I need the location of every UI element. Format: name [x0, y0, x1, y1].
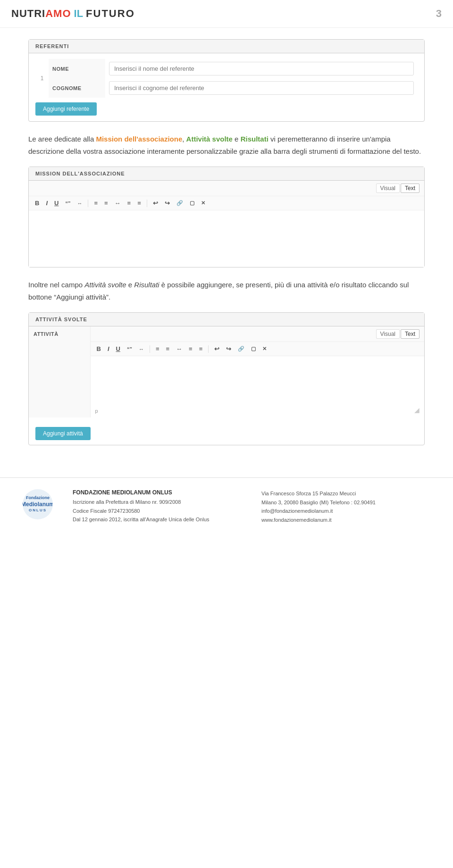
toolbar-sep-1 — [88, 200, 88, 207]
mission-tab-group: Visual Text — [376, 184, 419, 193]
description-2: Inoltre nel campo Attività svolte e Risu… — [28, 279, 425, 303]
referenti-title: REFERENTI — [29, 40, 424, 53]
attivita-toolbar-link[interactable]: 🔗 — [235, 345, 247, 353]
mission-toolbar: B I U “” ↔ ≡ ≡ ↔ ≡ ≡ ↩ ↪ 🔗 ▢ ✕ — [29, 196, 424, 210]
toolbar-align-center[interactable]: ≡ — [125, 199, 134, 208]
tab-text[interactable]: Text — [401, 184, 419, 193]
attivita-tab-text[interactable]: Text — [401, 329, 419, 339]
referenti-section: REFERENTI 1 NOME COGNOME Aggiungi refer — [28, 39, 425, 122]
table-row: COGNOME — [35, 78, 418, 98]
text-risultati: Risultati — [134, 281, 159, 289]
toolbar-sep-2 — [147, 200, 147, 207]
add-attivita-row: Aggiungi attività — [29, 417, 424, 445]
toolbar-align-right[interactable]: ≡ — [135, 199, 143, 208]
table-row: ATTIVITÀ Visual Text B — [29, 326, 424, 417]
logo: NUTRIAMO IL FUTURO — [11, 8, 135, 20]
nome-input[interactable] — [109, 62, 414, 75]
attivita-toolbar-align-c[interactable]: ≡ — [186, 344, 195, 353]
highlight-risultati: Risultati — [241, 135, 268, 143]
footer-address2: Milano 3, 20080 Basiglio (MI) Telefono :… — [261, 498, 439, 507]
main-content: REFERENTI 1 NOME COGNOME Aggiungi refer — [14, 28, 439, 468]
tab-visual[interactable]: Visual — [376, 184, 400, 193]
attivita-editor-cell: Visual Text B I U “” ↔ — [90, 326, 424, 417]
attivita-editor-content[interactable]: p ◢ — [91, 356, 425, 417]
attivita-section: ATTIVITÀ SVOLTE ATTIVITÀ Visual Text — [28, 312, 425, 445]
attivita-toolbar-remove[interactable]: ✕ — [260, 345, 269, 353]
attivita-toolbar-align-r[interactable]: ≡ — [197, 344, 205, 353]
logo-futuro: FUTURO — [86, 8, 135, 20]
mission-editor-box: MISSION DELL'ASSOCIAZIONE Visual Text B … — [28, 167, 425, 267]
footer-line3: Dal 12 gennaio 2012, iscritta all'Anagra… — [73, 515, 250, 524]
attivita-body: ATTIVITÀ Visual Text B — [29, 326, 424, 445]
attivita-toolbar-ul[interactable]: ≡ — [153, 344, 162, 353]
attivita-tab-group: Visual Text — [376, 329, 419, 339]
toolbar-quote[interactable]: “” — [63, 200, 73, 207]
attivita-editor-inner: Visual Text B I U “” ↔ — [91, 326, 425, 417]
toolbar-link[interactable]: 🔗 — [174, 199, 185, 207]
footer-logo-circle: Fondazione Mediolanum ONLUS — [23, 489, 53, 519]
text-attivita-svolte: Attività svolte — [84, 281, 126, 289]
attivita-sep-2 — [208, 345, 209, 353]
attivita-toolbar-ol[interactable]: ≡ — [164, 344, 172, 353]
toolbar-ol[interactable]: ≡ — [102, 199, 110, 208]
attivita-col-label: ATTIVITÀ — [29, 326, 90, 417]
page-header: NUTRIAMO IL FUTURO 3 — [0, 0, 453, 28]
attivita-toolbar-undo[interactable]: ↩ — [212, 344, 222, 353]
cognome-label: COGNOME — [49, 78, 105, 98]
toolbar-undo[interactable]: ↩ — [151, 199, 160, 208]
attivita-table: ATTIVITÀ Visual Text B — [29, 326, 424, 417]
mission-editor-content[interactable] — [29, 210, 424, 267]
toolbar-align-left[interactable]: ↔ — [112, 199, 123, 208]
footer-line2: Codice Fiscale 97247230580 — [73, 507, 250, 516]
mission-tab-row: Visual Text — [29, 181, 424, 196]
toolbar-remove[interactable]: ✕ — [199, 199, 208, 207]
footer-address3: info@fondazionemediolanum.it — [261, 507, 439, 516]
attivita-toolbar-align-l[interactable]: ↔ — [174, 344, 185, 353]
attivita-toolbar-italic[interactable]: I — [105, 344, 112, 353]
resize-handle-icon: ◢ — [414, 406, 419, 414]
footer-org-name: FONDAZIONE MEDIOLANUM ONLUS — [73, 489, 250, 496]
toolbar-redo[interactable]: ↪ — [162, 199, 172, 208]
nome-field-cell — [105, 59, 418, 78]
footer-org-info: FONDAZIONE MEDIOLANUM ONLUS Iscrizione a… — [73, 489, 250, 524]
referenti-body: 1 NOME COGNOME Aggiungi referente — [29, 53, 424, 121]
logo-nutri: NUTRIAMO — [11, 8, 71, 20]
attivita-tab-row: Visual Text — [91, 326, 425, 342]
footer-address1: Via Francesco Sforza 15 Palazzo Meucci — [261, 489, 439, 498]
logo-il: IL — [74, 8, 84, 20]
mission-editor-title: MISSION DELL'ASSOCIAZIONE — [29, 167, 424, 181]
attivita-p-tag: p — [95, 408, 98, 414]
cognome-field-cell — [105, 78, 418, 98]
toolbar-italic[interactable]: I — [43, 199, 50, 208]
toolbar-bold[interactable]: B — [33, 199, 42, 208]
add-attivita-button[interactable]: Aggiungi attività — [35, 427, 91, 440]
page-footer: Fondazione Mediolanum ONLUS FONDAZIONE M… — [0, 477, 453, 536]
footer-logo: Fondazione Mediolanum ONLUS — [14, 489, 61, 519]
cognome-input[interactable] — [109, 81, 414, 95]
page-number: 3 — [436, 8, 442, 20]
footer-line1: Iscrizione alla Prefettura di Milano nr.… — [73, 498, 250, 507]
toolbar-strikethrough[interactable]: ↔ — [75, 200, 84, 207]
referenti-table: 1 NOME COGNOME — [35, 59, 418, 98]
attivita-sep-1 — [150, 345, 150, 353]
toolbar-ul[interactable]: ≡ — [92, 199, 100, 208]
attivita-title: ATTIVITÀ SVOLTE — [29, 313, 424, 326]
attivita-toolbar-underline[interactable]: U — [114, 344, 123, 353]
table-row: 1 NOME — [35, 59, 418, 78]
highlight-attivita: Attività svolte — [186, 135, 233, 143]
attivita-tab-visual[interactable]: Visual — [376, 329, 400, 339]
attivita-toolbar-bold[interactable]: B — [94, 344, 103, 353]
attivita-toolbar: B I U “” ↔ ≡ ≡ ↔ ≡ ≡ — [91, 342, 425, 356]
attivita-toolbar-strike[interactable]: ↔ — [136, 345, 146, 353]
footer-address4: www.fondazionemediolanum.it — [261, 516, 439, 525]
logo-amo: AMO — [45, 8, 71, 19]
toolbar-image[interactable]: ▢ — [187, 199, 197, 207]
add-referente-button[interactable]: Aggiungi referente — [35, 102, 97, 116]
toolbar-underline[interactable]: U — [52, 199, 61, 208]
attivita-toolbar-image[interactable]: ▢ — [249, 345, 258, 353]
footer-logo-text: Fondazione Mediolanum ONLUS — [23, 495, 53, 513]
attivita-toolbar-quote[interactable]: “” — [125, 345, 134, 353]
attivita-toolbar-redo[interactable]: ↪ — [224, 344, 234, 353]
nome-label: NOME — [49, 59, 105, 78]
row-number: 1 — [35, 59, 49, 98]
